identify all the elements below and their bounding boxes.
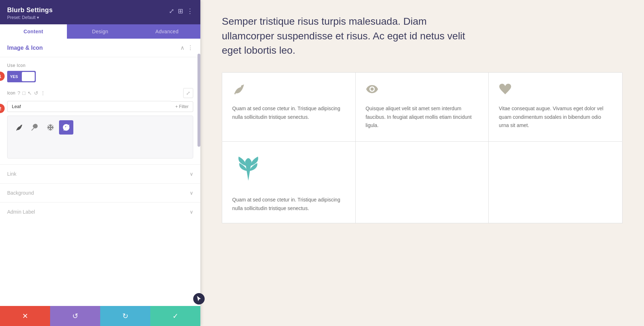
- icon-search-row: + Filter: [7, 101, 193, 112]
- redo-icon: ↻: [122, 312, 128, 320]
- tab-bar: Content Design Advanced: [0, 24, 200, 39]
- intro-text: Semper tristique risus turpis malesuada.…: [222, 14, 479, 58]
- background-section: Background ∨: [0, 183, 200, 202]
- card2-3: [489, 142, 622, 223]
- upload-icon-button[interactable]: ⤢: [183, 88, 193, 98]
- icon-reset-icon[interactable]: ↺: [34, 90, 38, 96]
- card2-1: Quam at sed conse ctetur in. Tristique a…: [222, 142, 356, 223]
- admin-label-title: Admin Label: [7, 209, 35, 215]
- tab-design[interactable]: Design: [67, 24, 134, 39]
- use-icon-label: Use Icon: [7, 63, 193, 68]
- icon-item-snowflake[interactable]: [43, 120, 58, 135]
- link-section-header[interactable]: Link ∨: [0, 165, 200, 183]
- layout-icon[interactable]: ⊞: [178, 7, 183, 15]
- panel-footer: ✕ ↺ ↻ ✓: [0, 306, 200, 326]
- big-leaf-icon: [232, 152, 345, 189]
- card-3-icon: [499, 83, 612, 97]
- icon-more-icon[interactable]: ⋮: [40, 90, 45, 96]
- reset-icon: ↺: [72, 312, 78, 320]
- icon-help-icon[interactable]: ?: [18, 90, 20, 96]
- background-title: Background: [7, 190, 34, 196]
- toggle-yes-label: YES: [7, 71, 21, 82]
- icon-item-leaf3[interactable]: [59, 120, 73, 135]
- icon-search-input[interactable]: [7, 101, 171, 112]
- panel-title: Blurb Settings: [7, 6, 53, 14]
- cards-row2: Quam at sed conse ctetur in. Tristique a…: [222, 142, 623, 223]
- card-1: Quam at sed conse ctetur in. Tristique a…: [222, 73, 356, 141]
- link-chevron-icon: ∨: [190, 171, 193, 177]
- card-2-icon: [366, 83, 479, 97]
- expand-icon[interactable]: ⤢: [169, 7, 174, 15]
- card2-1-text: Quam at sed conse ctetur in. Tristique a…: [232, 196, 345, 213]
- admin-label-section-header[interactable]: Admin Label ∨: [0, 203, 200, 221]
- card2-2: [356, 142, 489, 223]
- panel-header-right: ⤢ ⊞ ⋮: [169, 7, 193, 15]
- panel-header-left: Blurb Settings Preset: Default ▾: [7, 6, 53, 20]
- image-icon-section-header: Image & Icon ∧ ⋮: [0, 39, 200, 57]
- use-icon-toggle[interactable]: YES: [7, 71, 36, 82]
- background-chevron-icon: ∨: [190, 190, 193, 196]
- cancel-icon: ✕: [22, 312, 28, 320]
- section-controls: ∧ ⋮: [180, 44, 193, 51]
- save-button[interactable]: ✓: [150, 306, 200, 326]
- card-3-text: Vitae consequat augue. Vivamus eget dolo…: [499, 104, 612, 130]
- settings-panel: Blurb Settings Preset: Default ▾ ⤢ ⊞ ⋮ C…: [0, 0, 200, 326]
- card-2: Quisque aliquet velit sit amet sem inter…: [356, 73, 489, 141]
- image-icon-title: Image & Icon: [7, 45, 43, 51]
- icon-label: Icon: [7, 91, 15, 96]
- collapse-icon[interactable]: ∧: [180, 44, 185, 51]
- background-section-header[interactable]: Background ∨: [0, 184, 200, 202]
- save-icon: ✓: [172, 312, 179, 320]
- card-1-icon: [232, 83, 345, 97]
- icon-copy-icon[interactable]: □: [22, 90, 25, 96]
- toggle-thumb: [22, 72, 35, 81]
- section-more-icon[interactable]: ⋮: [187, 44, 193, 51]
- panel-body: Image & Icon ∧ ⋮ Use Icon YES Icon ? □ ↖: [0, 39, 200, 306]
- link-section: Link ∨: [0, 164, 200, 183]
- more-icon[interactable]: ⋮: [187, 7, 193, 15]
- scroll-indicator: [197, 54, 200, 147]
- filter-button[interactable]: + Filter: [171, 101, 193, 112]
- cards-grid: Quam at sed conse ctetur in. Tristique a…: [222, 72, 623, 142]
- icon-field-row: Icon ? □ ↖ ↺ ⋮ ⤢: [7, 88, 193, 98]
- toggle-row: YES: [7, 71, 193, 82]
- redo-button[interactable]: ↻: [100, 306, 150, 326]
- image-icon-content: Use Icon YES Icon ? □ ↖ ↺ ⋮ ⤢: [0, 57, 200, 164]
- link-title: Link: [7, 171, 16, 177]
- card-3: Vitae consequat augue. Vivamus eget dolo…: [489, 73, 622, 141]
- icon-item-leaf2[interactable]: [28, 120, 42, 135]
- cursor-badge: [193, 293, 205, 305]
- panel-preset[interactable]: Preset: Default ▾: [7, 15, 53, 20]
- tab-content[interactable]: Content: [0, 24, 67, 39]
- icon-item-leaf1[interactable]: [12, 120, 26, 135]
- icon-grid: [7, 116, 193, 159]
- reset-button[interactable]: ↺: [50, 306, 100, 326]
- panel-header: Blurb Settings Preset: Default ▾ ⤢ ⊞ ⋮: [0, 0, 200, 24]
- card-2-text: Quisque aliquet velit sit amet sem inter…: [366, 104, 479, 130]
- card-1-text: Quam at sed conse ctetur in. Tristique a…: [232, 104, 345, 122]
- main-content: Semper tristique risus turpis malesuada.…: [200, 0, 644, 326]
- icon-pointer-icon[interactable]: ↖: [28, 90, 32, 96]
- admin-label-section: Admin Label ∨: [0, 202, 200, 221]
- admin-label-chevron-icon: ∨: [190, 209, 193, 215]
- tab-advanced[interactable]: Advanced: [133, 24, 200, 39]
- cancel-button[interactable]: ✕: [0, 306, 50, 326]
